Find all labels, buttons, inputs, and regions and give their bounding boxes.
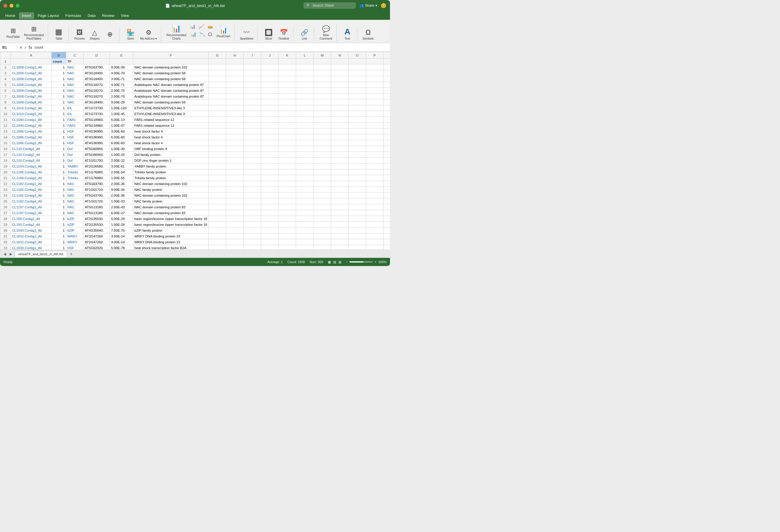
cell-25-F[interactable]: NAC family protein — [133, 198, 209, 204]
cell-6-N[interactable] — [331, 88, 348, 94]
cell-1-D[interactable] — [84, 59, 110, 64]
cell-28-E[interactable]: 5.00E-29 — [110, 216, 133, 222]
cell-16-A[interactable]: CL110.Contig1_All — [11, 146, 52, 152]
cell-25-H[interactable] — [226, 198, 243, 204]
cell-1-J[interactable] — [261, 59, 278, 64]
sheet-tab[interactable]: wheatTF_and_best1_in_Ath.list — [14, 251, 67, 257]
cell-29-K[interactable] — [278, 222, 296, 227]
cell-7-A[interactable]: CL1008.Contig7_All — [11, 94, 52, 99]
cell-2-I[interactable] — [243, 64, 261, 70]
cell-19-L[interactable] — [296, 163, 313, 169]
cell-31-E[interactable]: 3.00E-14 — [110, 233, 133, 239]
cell-17-Q[interactable] — [383, 152, 390, 158]
cell-23-E[interactable]: 9.00E-34 — [110, 187, 133, 193]
cell-18-M[interactable] — [313, 158, 331, 163]
cell-32-D[interactable]: AT2G47260. — [84, 239, 110, 245]
cell-17-H[interactable] — [226, 152, 243, 158]
cell-27-B[interactable]: 1 — [52, 210, 66, 216]
cell-33-G[interactable] — [208, 245, 226, 250]
cell-30-D[interactable]: AT4G35040. — [84, 227, 110, 233]
cell-29-G[interactable] — [208, 222, 226, 227]
cell-18-E[interactable]: 2.00E-22 — [110, 158, 133, 163]
cell-25-Q[interactable] — [383, 198, 390, 204]
cell-33-A[interactable]: CL1830.Contig1_All — [11, 245, 52, 250]
cell-15-P[interactable] — [366, 140, 383, 146]
cell-3-J[interactable] — [261, 70, 278, 76]
cell-33-Q[interactable] — [383, 245, 390, 250]
cell-20-J[interactable] — [261, 169, 278, 175]
symbols-btn[interactable]: Ω Symbols — [361, 27, 376, 42]
cell-15-A[interactable]: CL1086.Contig3_All — [11, 140, 52, 146]
cell-28-O[interactable] — [348, 216, 366, 222]
cell-21-I[interactable] — [243, 175, 261, 181]
cell-2-L[interactable] — [296, 64, 313, 70]
cell-27-L[interactable] — [296, 210, 313, 216]
cell-18-B[interactable]: 1 — [52, 158, 66, 163]
cell-15-G[interactable] — [208, 140, 226, 146]
cell-19-N[interactable] — [331, 163, 348, 169]
cell-24-L[interactable] — [296, 193, 313, 198]
cell-26-B[interactable]: 1 — [52, 204, 66, 210]
cell-14-E[interactable]: 6.00E-60 — [110, 134, 133, 140]
cell-18-L[interactable] — [296, 158, 313, 163]
cell-11-F[interactable]: FAR1-related sequence 12 — [133, 117, 209, 123]
cell-21-A[interactable]: CL1166.Contig2_All — [11, 175, 52, 181]
formula-input[interactable] — [34, 45, 388, 50]
cell-16-L[interactable] — [296, 146, 313, 152]
normal-view-icon[interactable]: ▦ — [328, 260, 331, 264]
cell-12-E[interactable]: 1.00E-07 — [110, 123, 133, 128]
cell-29-A[interactable]: CL150.Contig2_All — [11, 222, 52, 227]
cell-22-L[interactable] — [296, 181, 313, 187]
cell-29-P[interactable] — [366, 222, 383, 227]
cell-8-C[interactable]: NAC — [66, 99, 84, 105]
recommended-pivots-btn[interactable]: ⊞ RecommendedPivotTables — [22, 24, 45, 42]
cell-31-D[interactable]: AT2G47260. — [84, 233, 110, 239]
cell-21-M[interactable] — [313, 175, 331, 181]
cell-25-P[interactable] — [366, 198, 383, 204]
cell-31-P[interactable] — [366, 233, 383, 239]
cell-27-G[interactable] — [208, 210, 226, 216]
cell-12-J[interactable] — [261, 123, 278, 128]
cell-22-J[interactable] — [261, 181, 278, 187]
cell-31-M[interactable] — [313, 233, 331, 239]
cell-32-M[interactable] — [313, 239, 331, 245]
cell-32-A[interactable]: CL1632.Contig2_All — [11, 239, 52, 245]
cell-33-N[interactable] — [331, 245, 348, 250]
cell-15-F[interactable]: heat shock factor 4 — [133, 140, 209, 146]
cell-9-L[interactable] — [296, 105, 313, 111]
cell-14-F[interactable]: heat shock factor 4 — [133, 134, 209, 140]
cell-2-B[interactable]: 1 — [52, 64, 66, 70]
cell-29-H[interactable] — [226, 222, 243, 227]
cell-12-N[interactable] — [331, 123, 348, 128]
cell-8-D[interactable]: AT3G18400. — [84, 99, 110, 105]
cell-28-M[interactable] — [313, 216, 331, 222]
page-layout-view-icon[interactable]: ▤ — [333, 260, 336, 264]
cell-32-N[interactable] — [331, 239, 348, 245]
cell-5-K[interactable] — [278, 82, 296, 88]
cell-7-E[interactable]: 2.00E-70 — [110, 94, 133, 99]
cell-32-B[interactable]: 1 — [52, 239, 66, 245]
cell-10-G[interactable] — [208, 111, 226, 117]
cell-2-O[interactable] — [348, 64, 366, 70]
cell-25-A[interactable]: CL1182.Contig4_All — [11, 198, 52, 204]
cell-1-A[interactable] — [11, 59, 52, 64]
cell-11-K[interactable] — [278, 117, 296, 123]
cell-23-J[interactable] — [261, 187, 278, 193]
cell-20-L[interactable] — [296, 169, 313, 175]
cell-33-J[interactable] — [261, 245, 278, 250]
maximize-button[interactable] — [16, 4, 19, 8]
cell-26-G[interactable] — [208, 204, 226, 210]
cell-33-I[interactable] — [243, 245, 261, 250]
cell-31-J[interactable] — [261, 233, 278, 239]
cell-7-J[interactable] — [261, 94, 278, 99]
cell-2-F[interactable]: NAC domain containing protein 102 — [133, 64, 209, 70]
col-header-A[interactable]: A — [11, 52, 52, 59]
cell-32-G[interactable] — [208, 239, 226, 245]
cell-12-O[interactable] — [348, 123, 366, 128]
cell-26-F[interactable]: NAC domain containing protein 83 — [133, 204, 209, 210]
cell-20-N[interactable] — [331, 169, 348, 175]
cell-7-G[interactable] — [208, 94, 226, 99]
cell-22-M[interactable] — [313, 181, 331, 187]
cell-21-Q[interactable] — [383, 175, 390, 181]
cell-5-P[interactable] — [366, 82, 383, 88]
